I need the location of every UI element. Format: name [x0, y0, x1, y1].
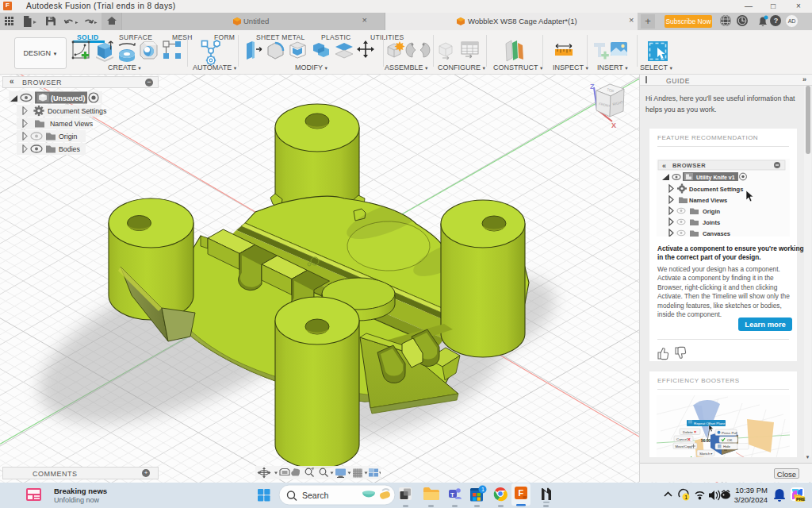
- svg-text:X: X: [611, 121, 616, 129]
- svg-text:1: 1: [684, 495, 688, 500]
- svg-text:×: ×: [694, 429, 696, 434]
- svg-text:T: T: [450, 491, 454, 498]
- svg-text:Document Settings: Document Settings: [48, 107, 107, 115]
- svg-text:1: 1: [481, 487, 485, 492]
- svg-text:Utility Knife v1: Utility Knife v1: [696, 175, 735, 181]
- svg-text:BROWSER: BROWSER: [672, 162, 706, 169]
- svg-text:▼: ▼: [710, 452, 714, 456]
- svg-text:Canvases: Canvases: [703, 230, 730, 237]
- svg-text:«: «: [662, 162, 666, 170]
- svg-text:(Unsaved): (Unsaved): [51, 94, 86, 102]
- svg-text:Bodies: Bodies: [59, 145, 80, 153]
- svg-text:F: F: [519, 488, 524, 498]
- svg-text:Named Views: Named Views: [689, 197, 727, 204]
- svg-text:Z: Z: [590, 83, 595, 90]
- svg-text:Origin: Origin: [703, 208, 721, 215]
- svg-text:Hole: Hole: [723, 444, 731, 448]
- svg-text:Origin: Origin: [59, 133, 78, 140]
- svg-text:Move/Copy: Move/Copy: [676, 444, 693, 448]
- svg-text:?: ?: [774, 17, 779, 25]
- svg-text:50.00: 50.00: [701, 439, 710, 443]
- svg-text:OK: OK: [693, 456, 698, 457]
- svg-text:Delete: Delete: [683, 430, 693, 434]
- svg-text:Document Settings: Document Settings: [689, 186, 743, 193]
- svg-text:Sketch: Sketch: [699, 452, 710, 456]
- svg-text:×: ×: [688, 437, 691, 442]
- svg-text:Search: Search: [302, 491, 328, 500]
- svg-text:Repeat Offset Plane: Repeat Offset Plane: [694, 421, 726, 425]
- svg-text:PRE: PRE: [796, 497, 806, 502]
- svg-text:Press Pull: Press Pull: [722, 431, 737, 435]
- svg-text:Named Views: Named Views: [50, 120, 94, 128]
- svg-text:OK: OK: [727, 438, 732, 442]
- svg-text:Cancel: Cancel: [676, 437, 688, 441]
- svg-text:Joints: Joints: [703, 219, 720, 226]
